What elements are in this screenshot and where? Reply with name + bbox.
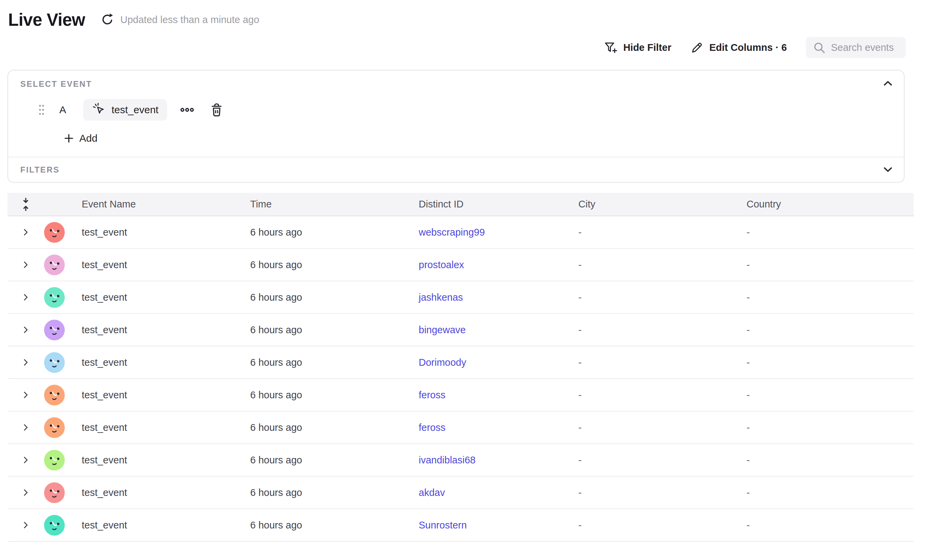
expand-row-button[interactable] bbox=[20, 258, 32, 271]
table-row: test_event 6 hours ago webscraping99 - - bbox=[8, 216, 914, 249]
expand-row-button[interactable] bbox=[20, 421, 32, 434]
table-row: test_event 6 hours ago Dorimoody - - bbox=[8, 346, 914, 379]
table-row: test_event 6 hours ago ivandiblasi68 - - bbox=[8, 444, 914, 477]
hide-filter-button[interactable]: Hide Filter bbox=[604, 40, 671, 55]
cell-country: - bbox=[747, 357, 914, 368]
expand-row-button[interactable] bbox=[20, 323, 32, 336]
cursor-click-icon bbox=[92, 102, 107, 117]
cell-country: - bbox=[747, 520, 914, 531]
column-header-distinct-id[interactable]: Distinct ID bbox=[419, 198, 578, 210]
edit-columns-button[interactable]: Edit Columns · 6 bbox=[690, 41, 787, 54]
event-more-options-button[interactable] bbox=[177, 105, 197, 115]
delete-event-button[interactable] bbox=[208, 101, 225, 119]
chevron-right-icon bbox=[22, 325, 30, 334]
cell-time: 6 hours ago bbox=[250, 422, 419, 433]
chevron-right-icon bbox=[22, 488, 30, 497]
cell-country: - bbox=[747, 259, 914, 271]
distinct-id-link[interactable]: feross bbox=[419, 422, 445, 433]
cell-city: - bbox=[578, 357, 747, 368]
page-title: Live View bbox=[8, 10, 85, 30]
distinct-id-link[interactable]: prostoalex bbox=[419, 259, 464, 270]
column-header-time[interactable]: Time bbox=[250, 198, 419, 210]
cell-event-name: test_event bbox=[74, 422, 250, 433]
table-row: test_event 6 hours ago bingewave - - bbox=[8, 314, 914, 346]
search-events-box bbox=[806, 37, 906, 58]
refresh-button[interactable] bbox=[100, 12, 115, 27]
distinct-id-link[interactable]: Sunrostern bbox=[419, 520, 467, 531]
cell-city: - bbox=[578, 292, 747, 303]
ellipsis-icon bbox=[180, 108, 194, 112]
distinct-id-link[interactable]: bingewave bbox=[419, 325, 466, 335]
cell-event-name: test_event bbox=[74, 357, 250, 368]
cell-time: 6 hours ago bbox=[250, 325, 419, 335]
cell-country: - bbox=[747, 422, 914, 433]
distinct-id-link[interactable]: webscraping99 bbox=[419, 227, 485, 238]
pencil-icon bbox=[690, 41, 704, 54]
distinct-id-link[interactable]: akdav bbox=[419, 487, 445, 498]
select-event-collapse-button[interactable] bbox=[881, 78, 895, 89]
query-builder-panel: SELECT EVENT A bbox=[8, 70, 905, 183]
expand-row-button[interactable] bbox=[20, 454, 32, 466]
distinct-id-link[interactable]: feross bbox=[419, 389, 445, 400]
cell-time: 6 hours ago bbox=[250, 389, 419, 401]
user-avatar bbox=[44, 255, 65, 275]
cell-event-name: test_event bbox=[74, 325, 250, 335]
user-avatar bbox=[44, 352, 65, 373]
chevron-right-icon bbox=[22, 228, 30, 237]
cell-city: - bbox=[578, 455, 747, 466]
filters-label: FILTERS bbox=[20, 165, 60, 175]
distinct-id-link[interactable]: ivandiblasi68 bbox=[419, 455, 476, 465]
selected-event-name: test_event bbox=[112, 104, 158, 115]
add-event-button[interactable]: Add bbox=[64, 132, 97, 144]
add-event-label: Add bbox=[79, 132, 97, 144]
chevron-right-icon bbox=[22, 521, 30, 529]
expand-row-button[interactable] bbox=[20, 291, 32, 304]
cell-time: 6 hours ago bbox=[250, 487, 419, 498]
distinct-id-link[interactable]: Dorimoody bbox=[419, 357, 466, 368]
events-table: Event Name Time Distinct ID City Country… bbox=[8, 193, 914, 542]
cell-time: 6 hours ago bbox=[250, 292, 419, 303]
cell-city: - bbox=[578, 227, 747, 238]
collapse-rows-icon bbox=[21, 197, 31, 212]
updated-status-text: Updated less than a minute ago bbox=[120, 14, 259, 25]
filters-expand-button[interactable] bbox=[881, 164, 895, 175]
drag-handle-icon[interactable] bbox=[38, 103, 45, 116]
expand-row-button[interactable] bbox=[20, 226, 32, 238]
chevron-up-icon bbox=[883, 80, 893, 87]
cell-city: - bbox=[578, 520, 747, 531]
chevron-right-icon bbox=[22, 260, 30, 269]
search-icon bbox=[813, 42, 825, 54]
user-avatar bbox=[44, 515, 65, 535]
table-row: test_event 6 hours ago akdav - - bbox=[8, 477, 914, 509]
cell-time: 6 hours ago bbox=[250, 455, 419, 466]
expand-row-button[interactable] bbox=[20, 518, 32, 532]
select-event-section: SELECT EVENT A bbox=[8, 71, 904, 157]
cell-event-name: test_event bbox=[74, 487, 250, 498]
edit-columns-label: Edit Columns · 6 bbox=[709, 42, 787, 53]
distinct-id-link[interactable]: jashkenas bbox=[419, 292, 463, 303]
page-header: Live View Updated less than a minute ago bbox=[0, 0, 933, 31]
user-avatar bbox=[44, 482, 65, 503]
user-avatar bbox=[44, 385, 65, 405]
user-avatar bbox=[44, 222, 65, 243]
trash-icon bbox=[210, 102, 223, 118]
cell-event-name: test_event bbox=[74, 259, 250, 271]
user-avatar bbox=[44, 287, 65, 308]
selected-event-button[interactable]: test_event bbox=[83, 99, 167, 121]
add-event-row: Add bbox=[64, 131, 891, 146]
expand-row-button[interactable] bbox=[20, 356, 32, 369]
filters-section: FILTERS bbox=[8, 157, 904, 182]
cell-time: 6 hours ago bbox=[250, 259, 419, 271]
column-header-event-name[interactable]: Event Name bbox=[74, 198, 250, 210]
cell-city: - bbox=[578, 389, 747, 401]
expand-row-button[interactable] bbox=[20, 486, 32, 499]
cell-event-name: test_event bbox=[74, 389, 250, 401]
user-avatar bbox=[44, 450, 65, 471]
expand-row-button[interactable] bbox=[20, 388, 32, 402]
column-header-country[interactable]: Country bbox=[747, 198, 914, 210]
collapse-rows-button[interactable] bbox=[18, 195, 33, 214]
table-row: test_event 6 hours ago feross - - bbox=[8, 412, 914, 444]
column-header-city[interactable]: City bbox=[578, 198, 747, 210]
chevron-right-icon bbox=[22, 293, 30, 302]
cell-time: 6 hours ago bbox=[250, 520, 419, 531]
